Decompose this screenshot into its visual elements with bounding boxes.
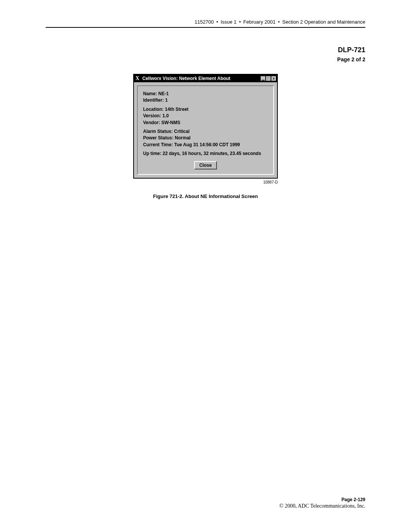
field-vendor: Vendor: SW-NMS (143, 120, 268, 126)
close-button[interactable]: Close (194, 161, 217, 169)
dlp-page-indicator: Page 2 of 2 (46, 56, 365, 62)
field-alarm-status: Alarm Status: Critical (143, 128, 268, 135)
about-window: X Cellworx Vision: Network Element About… (133, 74, 278, 179)
bullet-icon: • (238, 19, 242, 25)
minimize-button[interactable]: ▁ (260, 76, 266, 81)
window-title: Cellworx Vision: Network Element About (140, 76, 260, 81)
close-window-button[interactable]: x (271, 76, 276, 81)
issue: Issue 1 (221, 19, 237, 25)
copyright: © 2000, ADC Telecommunications, Inc. (279, 503, 365, 509)
about-panel: Name: NE-1 Identifier: 1 Location: 14th … (137, 85, 274, 175)
field-power-status: Power Status: Normal (143, 135, 268, 141)
bullet-icon: • (215, 19, 219, 25)
field-identifier: Identifier: 1 (143, 97, 268, 104)
date: February 2001 (243, 19, 276, 25)
section: Section 2 Operation and Maintenance (282, 19, 365, 25)
maximize-button[interactable]: □ (266, 76, 271, 81)
field-uptime: Up time: 22 days, 16 hours, 32 minutes, … (143, 150, 268, 157)
doc-number: 1152700 (194, 19, 214, 25)
bullet-icon: • (277, 19, 281, 25)
field-location: Location: 14th Street (143, 106, 268, 113)
field-version: Version: 1.0 (143, 113, 268, 119)
system-menu-icon[interactable]: X (135, 75, 140, 81)
page-header: 1152700 • Issue 1 • February 2001 • Sect… (46, 19, 365, 28)
figure-id: 10887-D (133, 180, 278, 184)
page-number: Page 2-129 (279, 497, 365, 502)
figure-caption: Figure 721-2. About NE Informational Scr… (133, 193, 278, 199)
field-name: Name: NE-1 (143, 91, 268, 97)
dlp-title: DLP-721 (46, 46, 365, 54)
window-titlebar: X Cellworx Vision: Network Element About… (134, 75, 277, 82)
field-current-time: Current Time: Tue Aug 31 14:56:00 CDT 19… (143, 142, 268, 148)
page-footer: Page 2-129 © 2000, ADC Telecommunication… (279, 497, 365, 509)
